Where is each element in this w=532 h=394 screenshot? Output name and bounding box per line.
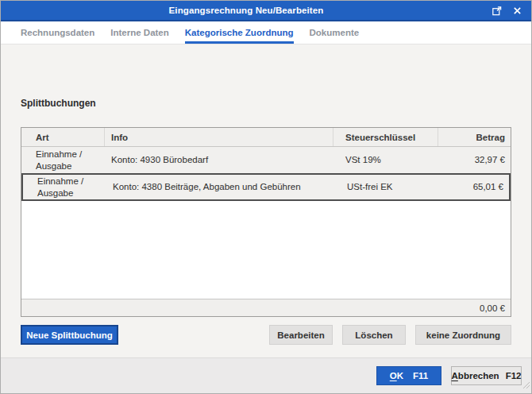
table-row[interactable]: Einnahme / Ausgabe Konto: 4380 Beiträge,… [21,173,511,201]
cell-info: Konto: 4380 Beiträge, Abgaben und Gebühr… [106,181,335,192]
tab[interactable]: Rechnungsdaten [21,21,94,44]
column-header-info[interactable]: Info [105,128,333,146]
delete-button[interactable]: Löschen [342,325,406,345]
open-in-new-window-icon [491,5,503,17]
table-empty-area [21,201,511,299]
tab-label: Interne Daten [110,28,169,37]
resize-grip[interactable] [521,378,530,392]
cell-steuerschluessel: USt-frei EK [335,181,440,192]
table-header-row: Art Info Steuerschlüssel Betrag [21,128,511,147]
cell-art: Einnahme / Ausgabe [23,176,106,199]
tab[interactable]: Interne Daten [110,21,169,44]
section-heading: Splittbuchungen [21,98,511,109]
tab-label: Rechnungsdaten [21,28,94,37]
cell-info: Konto: 4930 Bürobedarf [105,154,333,165]
tab[interactable]: Kategorische Zuordnung [185,21,294,44]
new-split-booking-button[interactable]: Neue Splittbuchung [21,325,118,345]
ok-label: OK [390,371,403,380]
tab-label: Kategorische Zuordnung [185,28,294,37]
tab[interactable]: Dokumente [310,21,360,44]
close-icon [513,6,522,15]
cell-betrag: 32,97 € [438,154,511,165]
cell-art: Einnahme / Ausgabe [21,149,105,172]
dialog-footer: OK F11 Abbrechen F12 [1,357,531,393]
split-bookings-table: Art Info Steuerschlüssel Betrag Einnahme… [21,127,511,317]
ok-fkey: F11 [413,371,428,380]
cell-betrag: 65,01 € [440,181,509,192]
cell-steuerschluessel: VSt 19% [333,154,438,165]
close-button[interactable] [507,1,527,20]
ok-button[interactable]: OK F11 [376,366,441,385]
column-header-steuerschluessel[interactable]: Steuerschlüssel [333,128,438,146]
column-header-art[interactable]: Art [21,128,105,146]
table-row[interactable]: Einnahme / Ausgabe Konto: 4930 Bürobedar… [21,147,511,173]
tab-bar: Rechnungsdaten Interne Daten Kategorisch… [1,21,531,44]
cancel-fkey: F12 [506,371,522,380]
no-assignment-button[interactable]: keine Zuordnung [415,325,511,345]
column-header-betrag[interactable]: Betrag [438,128,511,146]
edit-button[interactable]: Bearbeiten [269,325,333,345]
table-footer-row: 0,00 € [21,299,511,316]
tab-label: Dokumente [310,28,360,37]
dialog-title: Eingangsrechnung Neu/Bearbeiten [1,1,492,20]
table-action-buttons: Neue Splittbuchung Bearbeiten Löschen ke… [21,325,511,345]
row-action-group: Bearbeiten Löschen keine Zuordnung [269,325,511,345]
title-bar: Eingangsrechnung Neu/Bearbeiten [1,1,531,21]
table-body: Einnahme / Ausgabe Konto: 4930 Bürobedar… [21,147,511,201]
total-amount: 0,00 € [480,303,505,313]
dialog-window: Eingangsrechnung Neu/Bearbeiten [0,0,532,394]
cancel-button[interactable]: Abbrechen F12 [451,366,522,385]
content-area: Splittbuchungen Art Info Steuerschlüssel… [1,44,531,357]
cancel-label: Abbrechen [452,371,499,380]
